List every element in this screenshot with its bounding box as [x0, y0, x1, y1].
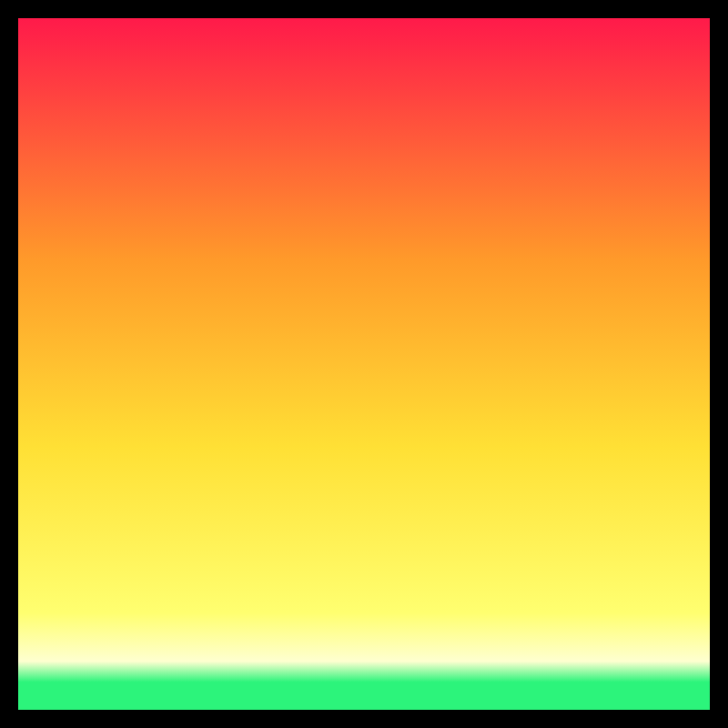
gradient-background: [18, 18, 710, 710]
chart-frame: [0, 0, 728, 728]
bottleneck-chart: [18, 18, 710, 710]
